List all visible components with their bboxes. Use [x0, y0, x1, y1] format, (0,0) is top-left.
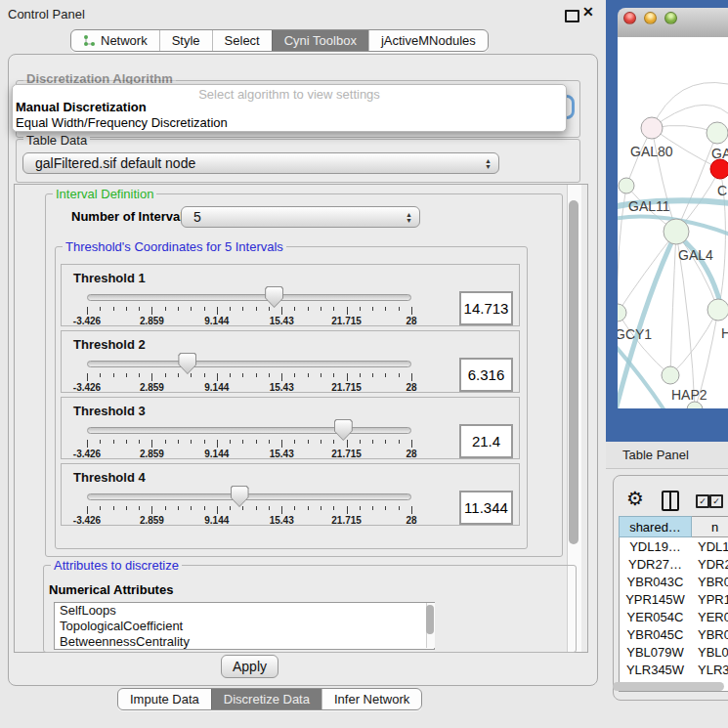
tab-select[interactable]: Select — [212, 30, 272, 51]
interval-definition-label: Interval Definition — [53, 187, 156, 201]
close-icon[interactable]: ✕ — [582, 4, 594, 20]
tab-impute-data[interactable]: Impute Data — [118, 689, 211, 709]
column-header-shared[interactable]: shared… — [619, 516, 692, 537]
minimize-traffic-light-icon[interactable] — [644, 12, 657, 24]
table-row[interactable]: YIL052CYIL0 — [619, 678, 728, 681]
tick-label: 9.144 — [204, 449, 229, 459]
table-cell-shared-name: YPR145W — [619, 592, 692, 607]
network-canvas[interactable]: GAL80GACGAL11GAL4GCY1HHAP2 — [618, 37, 728, 408]
tick-mark — [242, 440, 243, 444]
tab-discretize-data[interactable]: Discretize Data — [211, 689, 321, 709]
table-row[interactable]: YBL079WYBL0 — [619, 643, 728, 661]
numerical-attributes-list[interactable]: SelfLoopsTopologicalCoefficientBetweenne… — [54, 602, 435, 650]
settings-scrollbar-thumb[interactable] — [569, 200, 578, 544]
tick-mark — [308, 373, 309, 377]
tick-mark — [217, 440, 218, 448]
slider-thumb[interactable] — [334, 419, 353, 441]
network-node[interactable] — [710, 159, 728, 179]
table-cell-shared-name: YDL19… — [619, 539, 692, 554]
table-cell-shared-name: YBR043C — [619, 575, 692, 589]
threshold-value-field[interactable]: 6.316 — [459, 358, 513, 392]
network-node[interactable] — [707, 299, 728, 321]
network-node[interactable] — [707, 122, 728, 144]
table-row[interactable]: YDL19…YDL1 — [619, 537, 728, 555]
algorithm-option-equal-width[interactable]: Equal Width/Frequency Discretization — [16, 115, 228, 130]
threshold-value-field[interactable]: 21.4 — [459, 424, 513, 458]
table-row[interactable]: YPR145WYPR1 — [619, 590, 728, 608]
tick-mark — [360, 506, 361, 510]
tab-label: Infer Network — [334, 689, 409, 709]
network-node[interactable] — [662, 366, 679, 384]
tick-mark — [269, 373, 270, 377]
network-node[interactable] — [641, 117, 663, 139]
tick-label: 21.715 — [331, 382, 362, 393]
tick-mark — [256, 506, 257, 510]
tick-mark — [411, 373, 412, 381]
algorithm-option-manual[interactable]: Manual Discretization — [16, 100, 147, 114]
slider-thumb[interactable] — [178, 353, 196, 374]
table-cell-shared-name: YER054C — [619, 610, 692, 624]
network-node[interactable] — [619, 178, 634, 193]
network-node[interactable] — [687, 402, 703, 408]
tick-mark — [333, 506, 334, 510]
tab-style[interactable]: Style — [159, 30, 212, 51]
threshold-value-field[interactable]: 11.344 — [459, 491, 513, 525]
table-row[interactable]: YLR345WYLR3 — [619, 661, 728, 678]
threshold-label: Threshold 3 — [73, 404, 146, 418]
number-of-intervals-select[interactable]: 5 ▲▼ — [181, 206, 420, 228]
column-header-name[interactable]: n — [692, 516, 728, 537]
tick-mark — [100, 307, 101, 311]
table-horizontal-scrollbar[interactable] — [613, 682, 724, 691]
slider-track[interactable] — [87, 427, 411, 434]
tick-mark — [360, 373, 361, 377]
threshold-value-field[interactable]: 14.713 — [459, 291, 513, 325]
close-traffic-light-icon[interactable] — [623, 12, 636, 24]
tick-mark — [372, 307, 373, 311]
list-item[interactable]: BetweennessCentrality — [55, 634, 434, 650]
tick-label: 21.715 — [331, 515, 362, 526]
slider-thumb[interactable] — [231, 486, 249, 507]
tab-cyni-toolbox[interactable]: Cyni Toolbox — [272, 30, 368, 51]
tick-mark — [399, 373, 400, 377]
tick-mark — [242, 373, 243, 377]
table-row[interactable]: YER054CYER0 — [619, 608, 728, 625]
checkbox-checked-icon[interactable]: ✓ — [709, 494, 723, 508]
slider-track[interactable] — [87, 294, 411, 301]
tick-mark — [294, 440, 295, 444]
table-data-select[interactable]: galFiltered.sif default node ▲▼ — [22, 152, 499, 174]
list-item[interactable]: TopologicalCoefficient — [55, 619, 434, 634]
threshold-row: Threshold 2-3.4262.8599.14415.4321.71528… — [61, 330, 520, 393]
table-row[interactable]: YDR27…YDR2 — [619, 555, 728, 573]
network-node[interactable] — [618, 304, 626, 321]
tick-mark — [256, 373, 257, 377]
network-node-label: GAL80 — [630, 144, 673, 159]
tick-label: 15.43 — [270, 515, 294, 526]
list-item[interactable]: SelfLoops — [55, 603, 434, 619]
slider-thumb[interactable] — [265, 286, 283, 308]
table-data-select-value: galFiltered.sif default node — [35, 155, 195, 171]
checkbox-checked-icon[interactable]: ✓ — [696, 494, 709, 508]
slider-track[interactable] — [87, 493, 411, 500]
tab-network[interactable]: Network — [71, 30, 159, 51]
attributes-scrollbar-thumb[interactable] — [426, 605, 434, 634]
tab-infer-network[interactable]: Infer Network — [321, 689, 421, 709]
tick-mark — [191, 506, 192, 510]
network-node[interactable] — [664, 219, 689, 244]
network-node-label: GAL11 — [628, 198, 670, 214]
apply-button[interactable]: Apply — [221, 655, 278, 678]
columns-icon[interactable] — [662, 491, 679, 511]
tab-jactivemnodules[interactable]: jActiveMNodules — [368, 30, 488, 51]
tick-mark — [100, 373, 101, 377]
tick-label: 9.144 — [204, 316, 229, 326]
network-window-titlebar[interactable] — [618, 8, 728, 38]
float-window-icon[interactable] — [565, 10, 579, 22]
tick-mark — [321, 440, 321, 444]
zoom-traffic-light-icon[interactable] — [664, 12, 677, 24]
tick-mark — [217, 373, 218, 381]
table-row[interactable]: YBR045CYBR0 — [619, 625, 728, 643]
network-edge — [652, 82, 728, 128]
table-row[interactable]: YBR043CYBR0 — [619, 573, 728, 590]
slider-track[interactable] — [87, 361, 411, 367]
gear-icon[interactable]: ⚙ — [626, 487, 644, 510]
tick-mark — [372, 373, 373, 377]
